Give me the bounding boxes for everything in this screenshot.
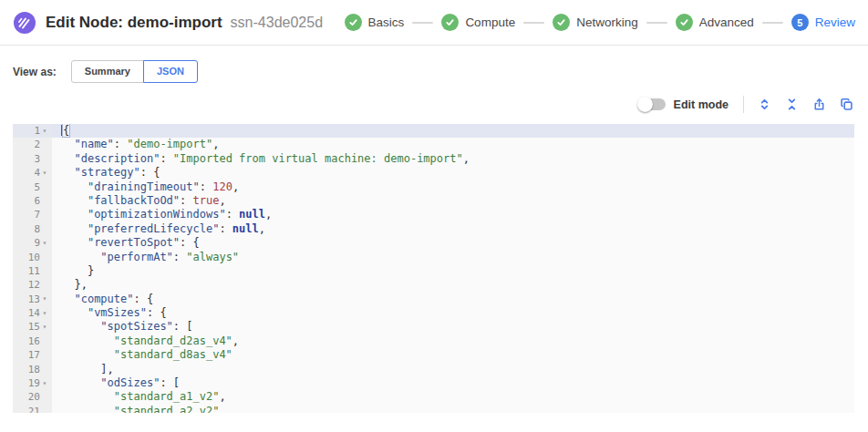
code-token: :: [219, 222, 232, 235]
expand-icon[interactable]: [757, 97, 772, 112]
fold-arrow-icon[interactable]: ▾: [40, 170, 49, 177]
code-token: :: [180, 194, 192, 207]
code-token: "standard_d8as_v4": [114, 348, 232, 361]
code-token: ],: [61, 363, 114, 375]
code-token: [61, 251, 100, 263]
code-line[interactable]: "standard_a1_v2",: [52, 390, 854, 404]
line-number: 2: [34, 138, 40, 151]
code-line[interactable]: "strategy": {: [52, 166, 854, 180]
code-line[interactable]: "standard_d8as_v4": [52, 348, 854, 362]
line-number: 13: [28, 293, 40, 306]
line-number-row: 9▾: [13, 236, 52, 250]
fold-arrow-icon[interactable]: ▾: [40, 324, 49, 331]
step-basics[interactable]: Basics: [345, 14, 405, 31]
step-label: Basics: [368, 15, 405, 29]
line-number: 12: [28, 278, 40, 292]
code-line[interactable]: "fallbackToOd": true,: [52, 194, 854, 208]
code-token: ,: [265, 208, 272, 221]
line-number: 17: [28, 348, 40, 362]
matched-brace: {: [62, 124, 70, 138]
step-advanced[interactable]: Advanced: [676, 14, 754, 31]
code-line[interactable]: },: [52, 278, 854, 292]
json-editor[interactable]: 1▾2▾3▾4▾5▾6▾7▾8▾9▾10▾11▾12▾13▾14▾15▾16▾1…: [13, 124, 854, 413]
code-token: "compute": [74, 293, 133, 305]
line-number-row: 19▾: [13, 376, 52, 390]
line-number-row: 13▾: [13, 293, 52, 306]
line-number-row: 21▾: [13, 405, 52, 413]
code-token: null: [232, 222, 259, 235]
line-number: 9: [34, 236, 40, 250]
code-token: :: [160, 152, 172, 165]
view-as-row: View as: Summary JSON: [0, 46, 868, 83]
code-token: ,: [232, 334, 239, 347]
code-token: :: [200, 180, 212, 193]
code-line[interactable]: "name": "demo-import",: [52, 138, 854, 151]
fold-arrow-icon[interactable]: ▾: [40, 380, 49, 387]
code-line[interactable]: "standard_a2_v2": [52, 405, 854, 413]
step-compute[interactable]: Compute: [441, 14, 515, 31]
code-token: },: [61, 278, 88, 291]
code-line[interactable]: "odSizes": [: [52, 376, 854, 390]
code-token: : [: [173, 320, 193, 333]
code-token: "preferredLifecycle": [88, 222, 220, 235]
code-line[interactable]: "vmSizes": {: [52, 306, 854, 320]
code-line[interactable]: {: [52, 124, 854, 138]
line-number-row: 4▾: [13, 166, 52, 180]
step-connector: [762, 22, 783, 24]
code-token: [61, 180, 88, 193]
code-line[interactable]: "preferredLifecycle": null,: [52, 222, 854, 236]
code-line[interactable]: "performAt": "always": [52, 251, 854, 264]
step-networking[interactable]: Networking: [553, 14, 638, 31]
view-as-json-button[interactable]: JSON: [143, 60, 198, 83]
line-number: 10: [28, 251, 40, 264]
edit-mode-toggle[interactable]: [638, 98, 666, 110]
code-token: [61, 390, 114, 403]
line-number: 20: [28, 390, 40, 404]
fold-arrow-icon[interactable]: ▾: [40, 310, 49, 317]
step-label: Review: [815, 15, 855, 29]
line-number-row: 7▾: [13, 208, 52, 221]
code-token: [61, 376, 100, 389]
line-number-row: 12▾: [13, 278, 52, 292]
step-review[interactable]: 5Review: [791, 14, 855, 31]
edit-mode-label: Edit mode: [674, 98, 728, 111]
code-line[interactable]: "revertToSpot": {: [52, 236, 854, 250]
wizard-header: Edit Node: demo-import ssn-43de025d Basi…: [0, 0, 868, 46]
code-token: ,: [219, 194, 225, 207]
code-token: "performAt": [100, 251, 172, 263]
fold-arrow-icon[interactable]: ▾: [40, 295, 49, 303]
code-line[interactable]: "spotSizes": [: [52, 320, 854, 334]
check-icon: [676, 14, 693, 31]
code-token: [61, 236, 88, 249]
export-icon[interactable]: [811, 97, 827, 112]
line-number-row: 10▾: [13, 251, 52, 264]
line-number-row: 11▾: [13, 264, 52, 278]
step-connector: [412, 22, 433, 24]
line-number-row: 8▾: [13, 222, 52, 236]
check-icon: [345, 14, 362, 31]
code-line[interactable]: ],: [52, 363, 854, 376]
editor-gutter: 1▾2▾3▾4▾5▾6▾7▾8▾9▾10▾11▾12▾13▾14▾15▾16▾1…: [13, 124, 52, 413]
code-token: : {: [147, 306, 167, 319]
collapse-icon[interactable]: [784, 97, 800, 112]
code-line[interactable]: "optimizationWindows": null,: [52, 208, 854, 221]
code-token: [61, 166, 74, 179]
code-token: [61, 348, 114, 361]
code-token: ,: [463, 152, 470, 165]
step-number: 5: [791, 14, 809, 31]
line-number-row: 14▾: [13, 306, 52, 320]
toggle-knob: [637, 97, 653, 112]
code-line[interactable]: }: [52, 264, 854, 278]
fold-arrow-icon[interactable]: ▾: [40, 128, 49, 135]
code-line[interactable]: "description": "Imported from virtual ma…: [52, 152, 854, 166]
code-line[interactable]: "compute": {: [52, 293, 854, 306]
view-as-summary-button[interactable]: Summary: [71, 60, 144, 83]
node-id: ssn-43de025d: [231, 15, 323, 31]
copy-icon[interactable]: [839, 97, 854, 112]
step-label: Advanced: [699, 15, 754, 29]
code-line[interactable]: "drainingTimeout": 120,: [52, 180, 854, 194]
fold-arrow-icon[interactable]: ▾: [40, 240, 49, 247]
editor-code-area[interactable]: { "name": "demo-import", "description": …: [52, 124, 854, 413]
code-line[interactable]: "standard_d2as_v4",: [52, 334, 854, 348]
code-token: ,: [219, 390, 225, 403]
